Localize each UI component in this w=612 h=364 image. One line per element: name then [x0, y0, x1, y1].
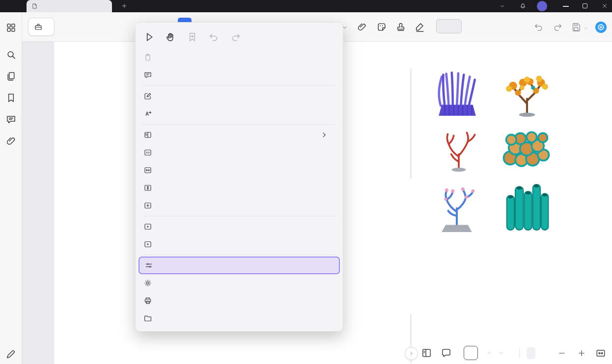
save-dropdown-chevron-icon[interactable] [583, 26, 588, 31]
fit-screen-icon[interactable] [595, 348, 606, 359]
folder-icon [143, 314, 152, 323]
page-thumbnails-icon[interactable] [5, 71, 17, 82]
user-avatar[interactable] [537, 1, 547, 11]
ai-assistant-icon[interactable] [595, 22, 607, 33]
edit-page-icon [143, 92, 152, 101]
context-menu [135, 22, 343, 332]
add-bookmark-icon[interactable] [187, 31, 198, 43]
page-down-icon[interactable] [498, 349, 505, 357]
menu-item-ajustar-pagina[interactable] [136, 197, 343, 214]
apps-grid-icon[interactable] [5, 22, 17, 33]
gear-icon [143, 279, 152, 287]
column-divider [411, 69, 411, 179]
signature-icon[interactable] [415, 22, 425, 32]
pointer-tool-icon[interactable] [143, 31, 155, 43]
attachments-icon[interactable] [5, 135, 17, 147]
menu-item-tamano-real[interactable] [136, 144, 343, 161]
zoom-level [527, 347, 535, 359]
menu-divider [142, 85, 336, 86]
zoom-out-icon[interactable] [557, 349, 566, 358]
menu-item-propiedades[interactable] [139, 257, 340, 274]
fit-width-icon [143, 166, 152, 175]
redo-icon[interactable] [230, 31, 241, 43]
window-titlebar [0, 0, 612, 12]
thumbnail-panel-icon[interactable] [421, 347, 432, 359]
menu-item-preferencias[interactable] [136, 274, 343, 292]
coral-image-red-branch [433, 127, 484, 172]
chat-bubble-icon[interactable] [441, 347, 452, 359]
search-icon[interactable] [5, 49, 17, 60]
maximize-icon[interactable] [583, 3, 587, 8]
document-tab[interactable] [27, 0, 112, 12]
bookmarks-icon[interactable] [5, 92, 17, 104]
properties-sliders-icon [144, 261, 153, 270]
hand-tool-icon[interactable] [165, 31, 176, 43]
herramientas-button[interactable] [28, 18, 55, 36]
minimize-icon[interactable] [563, 6, 569, 7]
menu-item-ajustar-alto[interactable] [136, 179, 343, 197]
menu-item-traducir[interactable] [136, 105, 343, 123]
coral-image-tree [496, 68, 558, 118]
menu-divider [142, 216, 336, 216]
undo-icon[interactable] [533, 22, 544, 32]
save-icon[interactable] [571, 22, 582, 32]
coral-image-tubes [502, 182, 551, 233]
menu-divider [142, 124, 336, 125]
translate-icon [143, 109, 152, 118]
document-icon [31, 3, 38, 9]
submenu-chevron-icon [320, 130, 329, 139]
updf-app-window: { "colors": { "accent_purple": "#9b89f1"… [0, 0, 612, 364]
menu-item-reproducir-inicio[interactable] [136, 218, 343, 235]
coral-image-disc [495, 129, 558, 172]
comments-icon[interactable] [5, 114, 17, 125]
cerrar-button[interactable] [436, 19, 462, 33]
coral-image-blue-pink [431, 181, 482, 234]
comments-bubble-icon [143, 71, 152, 79]
left-sidebar [0, 12, 22, 364]
paperclip-icon[interactable] [357, 22, 367, 32]
menu-item-ajustar-ancho[interactable] [136, 161, 343, 179]
menu-item-imprimir[interactable] [136, 292, 343, 310]
page-number-input[interactable] [464, 346, 478, 360]
menu-item-pegar[interactable] [136, 49, 343, 66]
zoom-in-icon[interactable] [577, 349, 586, 358]
menu-item-mostrar-en-carpeta[interactable] [136, 310, 343, 327]
sticker-icon[interactable] [376, 22, 387, 32]
undo-icon[interactable] [208, 31, 220, 43]
slideshow-play-current-icon [143, 240, 152, 249]
page-layout-icon [143, 130, 152, 139]
actual-size-icon [143, 148, 152, 157]
page-up-icon[interactable] [486, 349, 493, 357]
fit-page-icon [143, 201, 152, 210]
menu-item-reproducir-actual[interactable] [136, 235, 343, 253]
toolbox-icon [34, 23, 43, 31]
statusbar-divider [519, 348, 520, 358]
quick-actions-row [136, 28, 343, 45]
fit-height-icon [143, 183, 152, 192]
menu-item-seleccionar-comentarios[interactable] [136, 66, 343, 84]
signature-pen-icon[interactable] [5, 348, 17, 360]
redo-icon[interactable] [552, 22, 563, 32]
add-tab-icon[interactable] [121, 2, 128, 9]
chevron-down-icon[interactable] [499, 3, 505, 9]
paste-icon [143, 53, 152, 62]
printer-icon [143, 296, 152, 305]
close-icon[interactable] [602, 3, 608, 9]
next-page-circle-button[interactable] [405, 347, 418, 360]
menu-item-presentacion-pagina[interactable] [136, 126, 343, 144]
bell-icon[interactable] [519, 2, 527, 10]
stamp-icon[interactable] [395, 22, 406, 32]
menu-item-editar-pdf[interactable] [136, 87, 343, 105]
slideshow-play-icon [143, 222, 152, 231]
coral-image-anemone [428, 69, 486, 119]
menu-divider [142, 255, 336, 255]
